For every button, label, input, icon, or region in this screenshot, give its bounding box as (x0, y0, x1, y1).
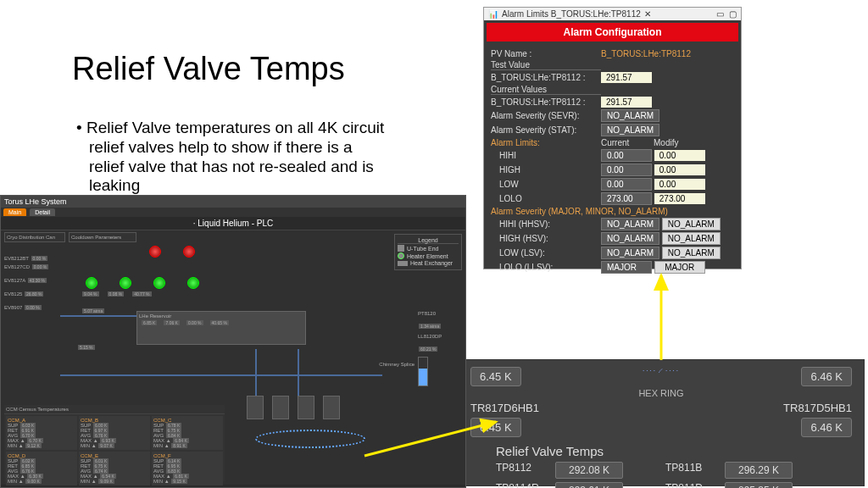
hsv-modify-button[interactable]: NO_ALARM (662, 232, 721, 245)
current-values-label: Current Values (491, 85, 601, 95)
ccm-block: CCM_CSUP 6.78 KRET 6.75 KAVG 6.84 KMAX ▲… (152, 416, 223, 450)
ccm-block: CCM_BSUP 6.00 KRET 6.97 KAVG 6.76 KMAX ▲… (79, 416, 150, 450)
rv-name: TP811D (665, 482, 716, 488)
schematic-tabs: Main Detail (1, 208, 465, 217)
rv-value: 295.35 K (725, 482, 793, 488)
tab-close-icon[interactable]: ✕ (644, 9, 651, 19)
side-label: PT8120 (418, 311, 460, 316)
low-modify-input[interactable]: 0.00 (654, 179, 705, 190)
hex-icon (398, 261, 408, 266)
high-modify-input[interactable]: 0.00 (654, 164, 705, 175)
valve-icon[interactable] (149, 246, 161, 258)
res-reading: 7.06 K (164, 320, 179, 325)
tr-left-name: TR817D6HB1 (470, 402, 539, 414)
ccm-block: CCM_FSUP 6.14 KRET 6.95 KAVG 6.83 KMAX ▲… (152, 452, 223, 485)
lsv-modify-button[interactable]: NO_ALARM (662, 247, 721, 259)
hex-ring-icon (255, 430, 365, 448)
low-current: 0.00 (601, 178, 652, 191)
valve-icon[interactable] (120, 277, 131, 289)
ev-list: EV8212BT 0.00 % EV8127CD 0.00 % EV8127A … (4, 256, 58, 310)
res-reading: 0.00 % (186, 320, 203, 325)
dots-icon: ····⟋···· (643, 367, 680, 386)
tr-right-reading: 6.46 K (801, 418, 852, 437)
utube-icon (398, 245, 404, 252)
low-label: LOW (491, 180, 601, 189)
pct-reading: 0.08 % (108, 291, 125, 297)
alarm-limits-label: Alarm Limits: (491, 138, 601, 147)
lolo-label: LOLO (491, 194, 601, 203)
col-modify: Modify (654, 138, 678, 147)
pump-block[interactable] (247, 396, 264, 419)
heater-icon (398, 252, 404, 259)
side-reading: 1.34 atma (419, 324, 441, 329)
window-titlebar[interactable]: 📊 Alarm Limits B_TORUS:LHe:TP8112 ✕ ▭ ▢ (484, 8, 741, 20)
side-reading: 60.21 % (419, 347, 437, 352)
hihi-modify-input[interactable]: 0.00 (654, 150, 705, 161)
rv-name: TP8112 (496, 462, 547, 479)
pump-block[interactable] (272, 396, 289, 419)
minimize-icon[interactable]: ▭ (716, 9, 724, 19)
pump-block[interactable] (323, 396, 340, 419)
tab-main[interactable]: Main (3, 208, 26, 216)
maximize-icon[interactable]: ▢ (729, 9, 737, 19)
hihi-label: HIHI (491, 151, 601, 160)
cryo-label: Cryo Distribution Can (7, 235, 63, 240)
lsv-current: NO_ALARM (601, 247, 659, 259)
valve-icon[interactable] (86, 277, 97, 289)
rv-value: 293.61 K (555, 482, 623, 488)
llsv-current: MAJOR (601, 261, 652, 274)
test-value-input[interactable]: 291.57 (601, 72, 652, 83)
relief-valve-zoom-panel: 6.45 K ····⟋···· 6.46 K HEX RING TR817D6… (458, 359, 865, 486)
hhsv-current: NO_ALARM (601, 218, 659, 230)
valve-icon[interactable] (183, 246, 195, 258)
lolo-current: 273.00 (601, 192, 652, 205)
lolo-modify-input[interactable]: 273.00 (654, 193, 705, 204)
curr-pv-label: B_TORUS:LHe:TP8112 : (491, 97, 601, 107)
slide-bullet: Relief Valve temperatures on all 4K circ… (89, 119, 386, 196)
alarm-config-header: Alarm Configuration (487, 23, 738, 42)
alarm-config-window: 📊 Alarm Limits B_TORUS:LHe:TP8112 ✕ ▭ ▢ … (483, 7, 742, 269)
legend-hex: Heat Exchanger (410, 260, 453, 266)
res-reading: 40.65 % (210, 320, 229, 325)
rv-name: TP811B (665, 462, 716, 479)
test-value-label: Test Value (491, 60, 601, 70)
ccm-block: CCM_ESUP 6.01 KRET 6.75 KAVG 6.74 KMAX ▲… (79, 452, 150, 485)
pump-block[interactable] (298, 396, 314, 419)
stat-label: Alarm Severity (STAT): (491, 125, 601, 135)
sevr-value: NO_ALARM (601, 109, 659, 122)
llsv-modify-button[interactable]: MAJOR (654, 261, 705, 274)
window-title: Alarm Limits B_TORUS:LHe:TP8112 (502, 9, 641, 19)
alarm-severity-header: Alarm Severity (MAJOR, MINOR, NO_ALARM) (491, 207, 668, 216)
level-gauge (418, 357, 428, 386)
ccm-title: CCM Census Temperatures (4, 405, 225, 414)
relief-valve-temps-title: Relief Valve Temps (496, 444, 852, 458)
pct-reading: 9.04 % (82, 291, 99, 297)
col-current: Current (601, 138, 654, 147)
pv-name-label: PV Name : (491, 49, 601, 58)
legend-title: Legend (398, 237, 459, 244)
hex-ring-label: HEX RING (470, 388, 852, 398)
hhsv-modify-button[interactable]: NO_ALARM (662, 218, 721, 230)
hsv-label: HIGH (HSV): (491, 234, 601, 243)
valve-icon[interactable] (187, 277, 199, 289)
window-icon: 📊 (488, 9, 498, 19)
lsv-label: LOW (LSV): (491, 248, 601, 258)
ccm-block: CCM_ASUP 6.03 KRET 6.91 KAVG 6.70 KMAX ▲… (6, 416, 77, 450)
pct-reading: 5.15 % (78, 345, 95, 350)
relief-valve-grid: TP8112292.08 KTP811B296.29 K TP8114R293.… (496, 462, 852, 488)
cooldown-label: Cooldown Parameters (71, 235, 134, 240)
slide-title: Relief Valve Temps (72, 51, 345, 87)
schematic-panel-title: · Liquid Helium - PLC (1, 217, 465, 230)
chimney-label: Chimney Splice (379, 362, 415, 367)
legend-box: Legend U-Tube End Heater Element Heat Ex… (394, 234, 462, 270)
legend-heater: Heater Element (407, 253, 448, 259)
rv-name: TP8114R (496, 482, 547, 488)
stat-value: NO_ALARM (601, 124, 659, 136)
valve-icon[interactable] (153, 277, 165, 289)
atma-reading: 5.07 atma (82, 308, 104, 313)
current-value: 291.57 (601, 97, 652, 108)
tab-detail[interactable]: Detail (30, 208, 55, 216)
lhe-schematic-window[interactable]: Torus LHe System Main Detail · Liquid He… (0, 195, 466, 488)
hhsv-label: HIHI (HHSV): (491, 219, 601, 229)
hsv-current: NO_ALARM (601, 232, 659, 245)
